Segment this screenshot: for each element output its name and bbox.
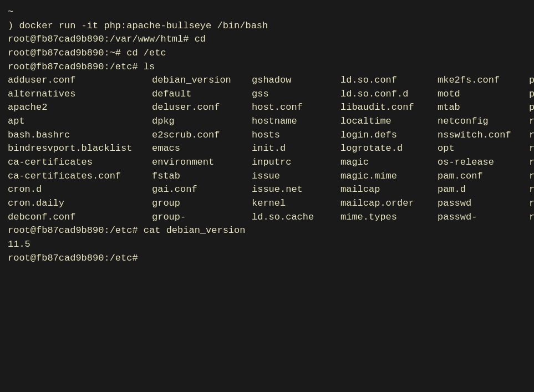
ls-item: gshadow (252, 74, 340, 88)
ls-item: ld.so.conf (340, 74, 438, 88)
ls-item: passwd- (438, 211, 529, 225)
ls-item: rc5. (529, 183, 534, 197)
ls-item: rc4. (529, 170, 534, 184)
ls-item: netconfig (438, 115, 529, 129)
ls-item: mke2fs.conf (438, 74, 529, 88)
ls-item: mailcap (340, 183, 438, 197)
ls-item: rc6. (529, 197, 534, 211)
ls-item: hosts (252, 129, 340, 142)
ls-item: mailcap.order (340, 197, 438, 211)
ls-item: e2scrub.conf (152, 129, 252, 142)
docker-run-cmd: ) docker run -it php:apache-bullseye /bi… (8, 19, 526, 33)
ls-item: rcS. (529, 211, 534, 225)
ls-item: inputrc (252, 156, 340, 170)
version-output: 11.5 (8, 238, 526, 252)
ls-item: group (152, 197, 252, 211)
ls-item: default (152, 88, 252, 101)
ls-item: pam.d (438, 183, 529, 197)
ls-item: deluser.conf (152, 101, 252, 115)
ls-item: gss (252, 88, 340, 101)
ls-item: issue (252, 170, 340, 184)
ls-item: pam.conf (438, 170, 529, 184)
ls-output: adduser.conf debian_version gshadow ld.s… (8, 74, 526, 224)
ls-item: environment (152, 156, 252, 170)
ls-item: motd (438, 88, 529, 101)
ls-item: magic.mime (340, 170, 438, 184)
ls-item: localtime (340, 115, 438, 129)
ls-item: nsswitch.conf (438, 129, 529, 142)
ls-item: ca-certificates.conf (8, 170, 152, 184)
ls-item: kernel (252, 197, 340, 211)
ls-item: rc3. (529, 156, 534, 170)
ls-item: ca-certificates (8, 156, 152, 170)
prompt-2: root@fb87cad9b890:~# cd /etc (8, 47, 526, 60)
ls-item: cron.daily (8, 197, 152, 211)
terminal: ~ ) docker run -it php:apache-bullseye /… (0, 0, 534, 392)
ls-item: perl (529, 74, 534, 88)
ls-item: debian_version (152, 74, 252, 88)
ls-item: prof (529, 101, 534, 115)
ls-item: fstab (152, 170, 252, 184)
ls-item: opt (438, 142, 529, 156)
ls-item: apache2 (8, 101, 152, 115)
ls-item: mtab (438, 101, 529, 115)
ls-item: prof (529, 88, 534, 101)
ls-item: ld.so.cache (252, 211, 340, 225)
ls-item: magic (340, 156, 438, 170)
ls-item: mime.types (340, 211, 438, 225)
ls-item: init.d (252, 142, 340, 156)
ls-item: host.conf (252, 101, 340, 115)
ls-item: alternatives (8, 88, 152, 101)
ls-item: rc1. (529, 129, 534, 142)
final-prompt[interactable]: root@fb87cad9b890:/etc# (8, 252, 526, 266)
ls-item: apt (8, 115, 152, 129)
ls-item: logrotate.d (340, 142, 438, 156)
ls-item: bindresvport.blacklist (8, 142, 152, 156)
prompt-1: root@fb87cad9b890:/var/www/html# cd (8, 33, 526, 47)
cat-cmd: root@fb87cad9b890:/etc# cat debian_versi… (8, 224, 526, 238)
ls-item: hostname (252, 115, 340, 129)
ls-item: cron.d (8, 183, 152, 197)
ls-item: group- (152, 211, 252, 225)
ls-item: libaudit.conf (340, 101, 438, 115)
ls-item: issue.net (252, 183, 340, 197)
ls-item: login.defs (340, 129, 438, 142)
ls-item: os-release (438, 156, 529, 170)
ls-item: rc0. (529, 115, 534, 129)
ls-item: dpkg (152, 115, 252, 129)
ls-item: passwd (438, 197, 529, 211)
ls-item: emacs (152, 142, 252, 156)
tilde-line: ~ (8, 6, 526, 19)
ls-item: debconf.conf (8, 211, 152, 225)
ls-item: adduser.conf (8, 74, 152, 88)
prompt-3: root@fb87cad9b890:/etc# ls (8, 60, 526, 74)
ls-item: ld.so.conf.d (340, 88, 438, 101)
ls-item: gai.conf (152, 183, 252, 197)
ls-item: rc2. (529, 142, 534, 156)
ls-item: bash.bashrc (8, 129, 152, 142)
